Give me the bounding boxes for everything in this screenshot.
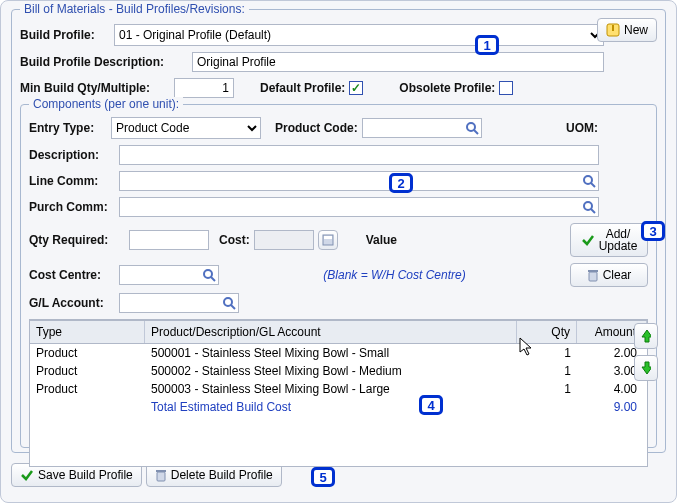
build-profile-desc-label: Build Profile Description: xyxy=(20,55,188,69)
svg-point-14 xyxy=(224,298,232,306)
col-desc: Product/Description/GL Account xyxy=(145,321,517,343)
svg-point-6 xyxy=(584,202,592,210)
search-icon xyxy=(222,296,236,310)
table-row[interactable]: Product500001 - Stainless Steel Mixing B… xyxy=(30,344,647,362)
callout-5: 5 xyxy=(311,467,335,487)
qty-required-input[interactable] xyxy=(129,230,209,250)
purch-comm-input[interactable] xyxy=(119,197,599,217)
add-update-label-2: Update xyxy=(599,240,638,252)
table-body: Product500001 - Stainless Steel Mixing B… xyxy=(30,344,647,398)
new-button[interactable]: New xyxy=(597,18,657,42)
trash-icon xyxy=(587,268,599,282)
bom-panel: Bill of Materials - Build Profiles/Revis… xyxy=(0,0,677,503)
svg-line-3 xyxy=(474,130,478,134)
add-update-button[interactable]: Add/ Update xyxy=(570,223,648,257)
svg-rect-1 xyxy=(612,25,614,31)
value-label: Value xyxy=(366,233,397,247)
product-code-lookup-button[interactable] xyxy=(464,120,480,136)
move-up-button[interactable] xyxy=(634,323,658,349)
svg-line-5 xyxy=(591,183,595,187)
cell-amt: 4.00 xyxy=(577,381,647,397)
col-type: Type xyxy=(30,321,145,343)
callout-4: 4 xyxy=(419,395,443,415)
cost-centre-lookup-button[interactable] xyxy=(201,267,217,283)
move-down-button[interactable] xyxy=(634,355,658,381)
components-legend: Components (per one unit): xyxy=(29,97,183,111)
default-profile-checkbox[interactable]: ✓ xyxy=(349,81,363,95)
cell-desc: 500003 - Stainless Steel Mixing Bowl - L… xyxy=(145,381,517,397)
arrow-down-icon xyxy=(641,361,651,375)
svg-line-15 xyxy=(231,305,235,309)
cost-input[interactable] xyxy=(254,230,314,250)
component-description-label: Description: xyxy=(29,148,115,162)
cell-qty: 1 xyxy=(517,363,577,379)
purch-comm-label: Purch Comm: xyxy=(29,200,115,214)
cell-type: Product xyxy=(30,345,145,361)
gl-account-label: G/L Account: xyxy=(29,296,115,310)
build-profile-select[interactable]: 01 - Original Profile (Default) xyxy=(114,24,604,46)
svg-rect-13 xyxy=(588,270,598,272)
line-comm-lookup-button[interactable] xyxy=(581,173,597,189)
purch-comm-lookup-button[interactable] xyxy=(581,199,597,215)
cell-desc: 500001 - Stainless Steel Mixing Bowl - S… xyxy=(145,345,517,361)
cell-type: Product xyxy=(30,381,145,397)
search-icon xyxy=(582,200,596,214)
clear-button[interactable]: Clear xyxy=(570,263,648,287)
entry-type-select[interactable]: Product Code xyxy=(111,117,261,139)
delete-button-label: Delete Build Profile xyxy=(171,468,273,482)
cost-label: Cost: xyxy=(219,233,250,247)
svg-rect-16 xyxy=(157,472,165,481)
components-fieldset: Components (per one unit): Entry Type: P… xyxy=(20,104,657,448)
cost-centre-label: Cost Centre: xyxy=(29,268,115,282)
min-qty-row: Min Build Qty/Multiple: Default Profile:… xyxy=(20,78,657,98)
product-code-label: Product Code: xyxy=(275,121,358,135)
line-comm-input[interactable] xyxy=(119,171,599,191)
build-profile-row: Build Profile: 01 - Original Profile (De… xyxy=(20,24,657,46)
check-icon xyxy=(581,233,595,247)
total-value: 9.00 xyxy=(577,399,647,415)
svg-point-4 xyxy=(584,176,592,184)
arrow-up-icon xyxy=(641,329,651,343)
svg-point-2 xyxy=(467,123,475,131)
svg-rect-17 xyxy=(156,470,166,472)
obsolete-profile-checkbox[interactable] xyxy=(499,81,513,95)
cost-centre-hint: (Blank = W/H Cost Centre) xyxy=(223,268,566,282)
callout-1: 1 xyxy=(475,35,499,55)
new-button-label: New xyxy=(624,23,648,37)
svg-line-7 xyxy=(591,209,595,213)
search-icon xyxy=(465,121,479,135)
build-profile-desc-input[interactable] xyxy=(192,52,604,72)
components-table[interactable]: Type Product/Description/GL Account Qty … xyxy=(29,319,648,467)
new-icon xyxy=(606,23,620,37)
uom-label: UOM: xyxy=(566,121,598,135)
svg-point-10 xyxy=(204,270,212,278)
build-profile-label: Build Profile: xyxy=(20,28,110,42)
table-row[interactable]: Product500002 - Stainless Steel Mixing B… xyxy=(30,362,647,380)
min-qty-label: Min Build Qty/Multiple: xyxy=(20,81,170,95)
calculator-icon xyxy=(322,234,334,246)
build-profile-desc-row: Build Profile Description: xyxy=(20,52,657,72)
gl-account-lookup-button[interactable] xyxy=(221,295,237,311)
callout-3: 3 xyxy=(641,221,665,241)
bom-fieldset: Bill of Materials - Build Profiles/Revis… xyxy=(11,9,666,453)
svg-line-11 xyxy=(211,277,215,281)
bom-legend: Bill of Materials - Build Profiles/Revis… xyxy=(20,2,249,16)
obsolete-profile-label: Obsolete Profile: xyxy=(399,81,495,95)
table-row[interactable]: Product500003 - Stainless Steel Mixing B… xyxy=(30,380,647,398)
min-qty-input[interactable] xyxy=(174,78,234,98)
clear-button-label: Clear xyxy=(603,268,632,282)
search-icon xyxy=(582,174,596,188)
save-button-label: Save Build Profile xyxy=(38,468,133,482)
table-header: Type Product/Description/GL Account Qty … xyxy=(30,320,647,344)
cell-type: Product xyxy=(30,363,145,379)
save-icon xyxy=(20,468,34,482)
cell-desc: 500002 - Stainless Steel Mixing Bowl - M… xyxy=(145,363,517,379)
entry-type-label: Entry Type: xyxy=(29,121,107,135)
calculator-button[interactable] xyxy=(318,230,338,250)
svg-rect-12 xyxy=(589,272,597,281)
callout-2: 2 xyxy=(389,173,413,193)
svg-rect-9 xyxy=(324,236,332,239)
component-description-input[interactable] xyxy=(119,145,599,165)
total-label: Total Estimated Build Cost xyxy=(145,399,517,415)
default-profile-label: Default Profile: xyxy=(260,81,345,95)
